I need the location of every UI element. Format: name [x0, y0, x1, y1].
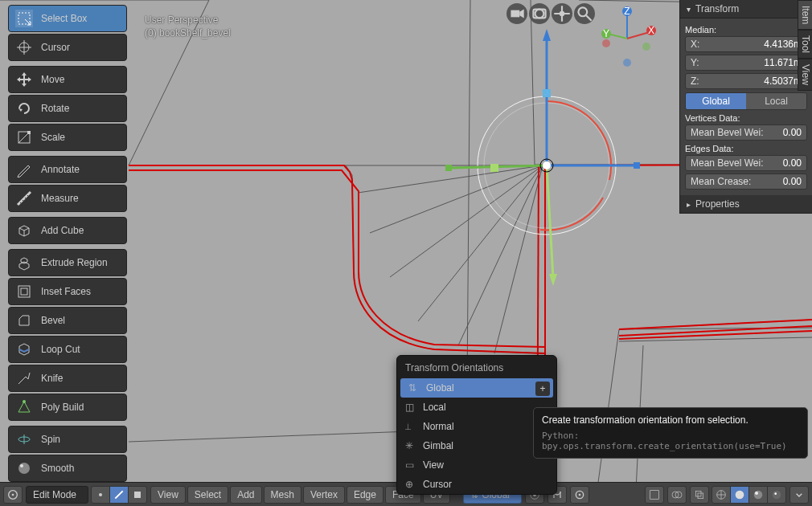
orientation-icon: ▭: [405, 459, 416, 471]
tool-bevel[interactable]: Bevel: [8, 307, 127, 334]
spin-icon: [15, 431, 33, 448]
overlays-icon[interactable]: [667, 486, 687, 504]
svg-rect-14: [511, 10, 519, 18]
move-icon: [15, 71, 33, 88]
menu-add[interactable]: Add: [230, 486, 261, 504]
tool-loop-cut[interactable]: Loop Cut: [8, 336, 127, 363]
cursor-icon: [15, 39, 33, 56]
tab-item[interactable]: Item: [798, 0, 812, 30]
mesh-display-icon[interactable]: [645, 486, 664, 504]
tool-spin[interactable]: Spin: [8, 426, 127, 453]
svg-point-17: [560, 11, 565, 17]
tool-rotate[interactable]: Rotate: [8, 95, 127, 122]
wireframe-shading-icon[interactable]: [712, 486, 731, 504]
tool-knife[interactable]: Knife: [8, 365, 127, 392]
orientation-cursor[interactable]: ⊕Cursor: [397, 475, 556, 494]
bevel-icon: [15, 312, 33, 329]
measure-icon: [15, 190, 33, 207]
median-z-field[interactable]: Z:4.5037m: [685, 73, 807, 89]
solid-shading-icon[interactable]: [730, 486, 749, 504]
svg-point-15: [535, 10, 544, 18]
tab-tool[interactable]: Tool: [798, 30, 812, 59]
orientation-global[interactable]: ⇅Global: [400, 378, 553, 398]
menu-select[interactable]: Select: [187, 486, 228, 504]
menu-view[interactable]: View: [150, 486, 186, 504]
svg-text:Y: Y: [603, 28, 609, 39]
vertex-select-icon[interactable]: [91, 486, 110, 504]
tooltip: Create transformation orientation from s…: [533, 407, 808, 459]
svg-text:Z: Z: [624, 6, 630, 17]
svg-marker-3: [543, 29, 551, 41]
edge-select-icon[interactable]: [109, 486, 129, 504]
mean-bevel-weight-vert[interactable]: Mean Bevel Wei:0.00: [685, 124, 807, 141]
tool-cursor[interactable]: Cursor: [8, 34, 127, 61]
tool-add-cube[interactable]: Add Cube: [8, 217, 127, 244]
tool-scale[interactable]: Scale: [8, 124, 127, 151]
viewport-header-icons: [506, 3, 595, 24]
smooth-icon: [15, 459, 33, 477]
n-panel: Transform Median: X:4.4136m Y:11.671m Z:…: [679, 0, 812, 214]
tool-annotate[interactable]: Annotate: [8, 156, 127, 183]
lookdev-shading-icon[interactable]: [748, 486, 768, 504]
transform-panel-header[interactable]: Transform: [680, 0, 812, 18]
add-cube-icon: [15, 222, 33, 239]
mode-select[interactable]: Edit Mode: [26, 486, 88, 504]
popup-title: Transform Orientations: [397, 356, 556, 378]
zoom-view-icon[interactable]: [574, 3, 595, 24]
scale-icon: [15, 129, 33, 146]
svg-point-55: [579, 493, 581, 496]
properties-panel-header[interactable]: Properties: [680, 195, 812, 214]
svg-line-19: [586, 15, 592, 20]
svg-line-48: [115, 491, 122, 498]
xray-icon[interactable]: [690, 486, 709, 504]
svg-point-47: [99, 493, 102, 496]
svg-rect-60: [698, 493, 703, 499]
svg-marker-9: [549, 274, 557, 286]
perspective-label: User Perspective: [145, 14, 231, 26]
axis-navigation-gizmo[interactable]: Z X Y: [595, 6, 659, 71]
tool-select-box[interactable]: Select Box: [8, 5, 127, 32]
sidebar-tabs: Item Tool View: [798, 0, 812, 91]
svg-rect-56: [650, 490, 659, 499]
tool-inset-faces[interactable]: Inset Faces: [8, 278, 127, 305]
tool-extrude-region[interactable]: Extrude Region: [8, 249, 127, 276]
rendered-shading-icon[interactable]: [767, 486, 786, 504]
orientation-view[interactable]: ▭View: [397, 455, 556, 475]
mean-bevel-weight-edge[interactable]: Mean Bevel Wei:0.00: [685, 155, 807, 171]
tool-move[interactable]: Move: [8, 66, 127, 93]
space-toggle[interactable]: Global Local: [685, 92, 807, 110]
pan-view-icon[interactable]: [552, 3, 572, 24]
tab-view[interactable]: View: [798, 59, 812, 91]
poly-build-icon: [15, 398, 33, 416]
median-x-field[interactable]: X:4.4136m: [685, 36, 807, 52]
camera-to-view-icon[interactable]: [506, 3, 527, 24]
menu-vertex[interactable]: Vertex: [303, 486, 345, 504]
svg-line-23: [627, 32, 650, 39]
mean-crease-field[interactable]: Mean Crease:0.00: [685, 173, 807, 190]
tool-poly-build[interactable]: Poly Build: [8, 394, 127, 421]
proportional-edit-icon[interactable]: [570, 486, 589, 504]
face-select-icon[interactable]: [128, 486, 147, 504]
knife-icon: [15, 369, 33, 387]
create-orientation-button[interactable]: +: [535, 382, 550, 396]
tooltip-text: Create transformation orientation from s…: [542, 414, 799, 426]
camera-view-icon[interactable]: [529, 3, 550, 24]
space-local[interactable]: Local: [746, 93, 806, 109]
space-global[interactable]: Global: [686, 93, 746, 109]
svg-point-65: [773, 490, 781, 499]
tool-smooth[interactable]: Smooth: [8, 455, 127, 482]
svg-line-6: [452, 165, 547, 168]
menu-edge[interactable]: Edge: [347, 486, 383, 504]
vertices-data-label: Vertices Data:: [685, 113, 807, 123]
svg-rect-49: [134, 492, 141, 498]
svg-line-8: [547, 165, 553, 278]
menu-mesh[interactable]: Mesh: [264, 486, 301, 504]
svg-point-43: [18, 463, 30, 474]
median-y-field[interactable]: Y:11.671m: [685, 55, 807, 71]
svg-rect-5: [634, 162, 640, 169]
tool-measure[interactable]: Measure: [8, 185, 127, 212]
shading-options-icon[interactable]: [789, 486, 809, 504]
svg-rect-59: [695, 491, 701, 496]
loop-cut-icon: [15, 341, 33, 358]
editor-type-icon[interactable]: [3, 486, 23, 504]
